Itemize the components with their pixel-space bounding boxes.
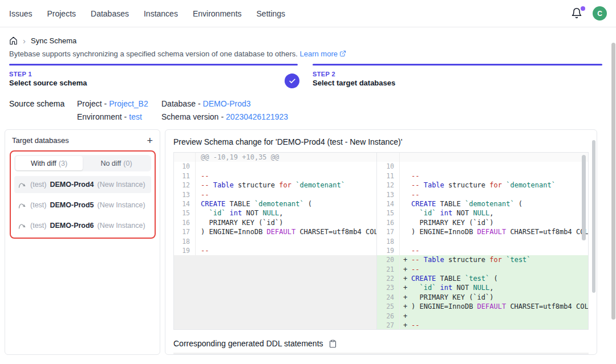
line-number: 16	[174, 218, 196, 227]
database-environment: (test)	[30, 181, 46, 189]
nav-item-databases[interactable]: Databases	[91, 9, 129, 18]
breadcrumb: › Sync Schema	[0, 27, 616, 45]
preview-panel: Preview Schema change for 'DEMO-Prod4 (t…	[165, 129, 597, 355]
diff-editor[interactable]: @@ -10,19 +10,35 @@1011--12-- Table stru…	[173, 152, 589, 330]
tab-with-diff[interactable]: With diff (3)	[15, 156, 83, 170]
diff-add-marker	[400, 208, 410, 218]
step-2-bar	[313, 64, 602, 66]
external-link-icon[interactable]	[338, 50, 346, 58]
database-item-demo-prod6[interactable]: (test) DEMO-Prod6 (New Instance)	[14, 217, 151, 234]
line-number: 14	[377, 199, 400, 208]
avatar[interactable]: C	[593, 6, 607, 21]
diff-add-marker: +	[400, 274, 410, 283]
code-text: --	[196, 171, 376, 181]
copy-icon[interactable]	[329, 340, 337, 348]
database-link[interactable]: DEMO-Prod3	[203, 99, 251, 108]
diff-line: 16 PRIMARY KEY (`id`)	[174, 218, 376, 227]
ddl-footer: Corresponding generated DDL statements	[173, 339, 589, 348]
diff-line: 17) ENGINE=InnoDB DEFAULT CHARSET=utf8mb…	[174, 227, 376, 236]
database-name: DEMO-Prod6	[50, 222, 94, 230]
step-2[interactable]: STEP 2 Select target databases	[313, 64, 602, 92]
diff-line: 18	[174, 237, 376, 246]
diff-line: 19--	[174, 246, 376, 255]
diff-line: 15 `id` int NOT NULL,	[174, 208, 376, 218]
environment-label: Environment	[77, 112, 122, 121]
separator: -	[221, 112, 224, 121]
nav-item-environments[interactable]: Environments	[193, 9, 242, 18]
preview-title: Preview Schema change for 'DEMO-Prod4 (t…	[165, 130, 597, 152]
step-check-icon	[285, 73, 299, 88]
line-number: 20	[377, 255, 400, 264]
step-indicator: STEP 1 Select source schema STEP 2 Selec…	[9, 64, 602, 92]
line-number: 21	[377, 265, 400, 274]
code-text: PRIMARY KEY (`id`)	[410, 293, 588, 302]
diff-add-marker: +	[400, 293, 410, 302]
nav-item-instances[interactable]: Instances	[144, 9, 178, 18]
code-text: --	[410, 171, 588, 181]
diff-tabs: With diff (3) No diff (0)	[14, 155, 151, 171]
diff-hunk-header-row: @@ -10,19 +10,35 @@	[174, 153, 376, 162]
project-link[interactable]: Project_B2	[109, 99, 148, 108]
code-text	[410, 162, 588, 171]
source-database-row: Database-DEMO-Prod3	[161, 99, 288, 108]
database-name: DEMO-Prod4	[50, 181, 94, 189]
diff-hunk-header-row	[377, 153, 588, 162]
panel-scrollbar[interactable]	[592, 140, 595, 293]
database-instance-suffix: (New Instance)	[98, 201, 145, 209]
database-instance-suffix: (New Instance)	[98, 222, 145, 230]
notification-bell-icon[interactable]	[571, 7, 583, 20]
diff-line: 22+CREATE TABLE `test` (	[377, 274, 588, 283]
home-icon[interactable]	[9, 36, 18, 45]
diff-add-marker: +	[400, 302, 410, 311]
code-text: `id` int NOT NULL,	[410, 208, 588, 218]
line-number: 13	[174, 190, 196, 199]
diff-line: 14CREATE TABLE `demotenant` (	[377, 199, 588, 208]
diff-add-marker: +	[400, 321, 410, 329]
database-environment: (test)	[30, 201, 46, 209]
line-number: 26	[377, 312, 400, 321]
line-number: 12	[174, 181, 196, 190]
nav-item-settings[interactable]: Settings	[257, 9, 286, 18]
diff-add-marker	[400, 181, 410, 190]
code-text	[410, 237, 588, 246]
diff-line: 15 `id` int NOT NULL,	[377, 208, 588, 218]
line-number: 23	[377, 283, 400, 292]
diff-add-marker	[400, 199, 410, 208]
diff-line: 17) ENGINE=InnoDB DEFAULT CHARSET=utf8mb…	[377, 227, 588, 236]
diff-pane-modified: 1011--12-- Table structure for `demotena…	[377, 153, 588, 329]
top-nav: Issues Projects Databases Instances Envi…	[0, 0, 616, 27]
code-text: -- Table structure for `demotenant`	[196, 181, 376, 190]
environment-link[interactable]: test	[129, 112, 142, 121]
line-number: 17	[377, 227, 400, 236]
diff-line: 10	[174, 162, 376, 171]
tab-no-diff[interactable]: No diff (0)	[83, 156, 150, 170]
code-text: PRIMARY KEY (`id`)	[196, 218, 376, 227]
code-text: ) ENGINE=InnoDB DEFAULT CHARSET=utf8mb4 …	[410, 302, 588, 311]
editor-scrollbar[interactable]	[582, 155, 586, 240]
mysql-icon	[18, 222, 27, 230]
line-number: 25	[377, 302, 400, 311]
learn-more-link[interactable]: Learn more	[299, 50, 337, 58]
notification-dot	[581, 6, 585, 11]
diff-line: 19--	[377, 246, 588, 255]
nav-item-projects[interactable]: Projects	[47, 9, 76, 18]
code-text: --	[410, 321, 588, 329]
database-item-demo-prod4[interactable]: (test) DEMO-Prod4 (New Instance)	[14, 176, 151, 193]
page-scrollbar[interactable]	[611, 43, 615, 320]
step-1[interactable]: STEP 1 Select source schema	[9, 64, 298, 92]
line-number	[377, 153, 400, 162]
diff-add-marker	[400, 227, 410, 236]
nav-item-issues[interactable]: Issues	[9, 9, 32, 18]
diff-line: 12-- Table structure for `demotenant`	[174, 181, 376, 190]
code-text: ) ENGINE=InnoDB DEFAULT CHARSET=utf8mb4 …	[196, 227, 376, 236]
source-schema-version-row: Schema version-20230426121923	[161, 112, 288, 121]
code-text	[196, 237, 376, 246]
schema-version-link[interactable]: 20230426121923	[226, 112, 288, 121]
line-number: 13	[377, 190, 400, 199]
database-item-demo-prod5[interactable]: (test) DEMO-Prod5 (New Instance)	[14, 197, 151, 214]
mysql-icon	[18, 181, 27, 189]
add-target-database-button[interactable]: +	[147, 137, 153, 145]
diff-line: 10	[377, 162, 588, 171]
diff-line: 18	[377, 237, 588, 246]
code-text: `id` int NOT NULL,	[196, 208, 376, 218]
